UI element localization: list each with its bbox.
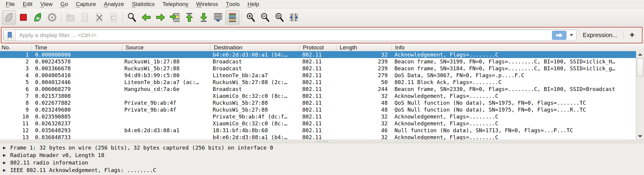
stop-capture-icon	[18, 12, 28, 22]
menu-go[interactable]: Go	[57, 0, 72, 8]
zoom-in-button[interactable]	[244, 10, 258, 25]
expression-button[interactable]: Expression...	[576, 32, 624, 39]
cell-info: Beacon frame, SN=2330, FN=0, Flags=.....…	[392, 86, 636, 92]
start-capture-icon	[4, 12, 14, 22]
capture-options-button[interactable]	[45, 10, 59, 25]
cell-source	[122, 51, 211, 58]
start-capture-button[interactable]	[2, 10, 16, 25]
column-header-destination[interactable]: Destination	[211, 44, 300, 51]
expand-arrow-icon[interactable]: ▶	[3, 160, 10, 165]
menu-tools[interactable]: Tools	[222, 0, 244, 8]
menu-statistics[interactable]: Statistics	[128, 0, 158, 8]
menu-help[interactable]: Help	[244, 0, 263, 8]
menu-edit[interactable]: Edit	[19, 0, 37, 8]
cell-protocol: 802.11	[300, 113, 336, 120]
expand-arrow-icon[interactable]: ▶	[3, 145, 10, 150]
expand-arrow-icon[interactable]: ▶	[3, 168, 10, 172]
table-row[interactable]: 90.023249680Private_9b:ab:4fRuckusWi_5b:…	[0, 106, 636, 113]
previous-packet-button[interactable]	[139, 10, 153, 25]
detail-tree-item[interactable]: ▶Radiotap Header v0, Length 18	[0, 151, 644, 159]
column-header-no[interactable]: No.	[0, 44, 31, 51]
packet-list-pane: No. Time Source Destination Protocol Len…	[0, 44, 644, 140]
cell-length: 32	[336, 113, 392, 120]
cell-info: QoS Null function (No data), SN=1975, FN…	[392, 99, 636, 106]
column-header-source[interactable]: Source	[122, 44, 211, 51]
filter-bookmark-button[interactable]	[4, 30, 16, 41]
open-folder-icon	[65, 12, 75, 22]
cell-destination: RuckusWi_5b:27:88	[211, 106, 300, 113]
colorize-packets-button[interactable]	[226, 10, 239, 25]
filter-placeholder[interactable]: Apply a display filter ... <Ctrl-/>	[19, 32, 552, 39]
vertical-scrollbar[interactable]	[636, 51, 644, 140]
cell-protocol: 802.11	[300, 106, 336, 113]
zoom-out-icon	[260, 12, 270, 22]
next-packet-button[interactable]	[154, 10, 167, 25]
cell-info: Null function (No data), SN=1713, FN=0, …	[392, 127, 636, 134]
scrollbar-down-button[interactable]	[636, 133, 644, 140]
cell-time: 0.023249680	[31, 106, 122, 113]
menu-telephony[interactable]: Telephony	[158, 0, 192, 8]
column-header-length[interactable]: Length	[336, 44, 392, 51]
resize-columns-button[interactable]	[287, 10, 301, 25]
menu-capture[interactable]: Capture	[72, 0, 100, 8]
first-packet-button[interactable]	[182, 10, 196, 25]
go-to-packet-button[interactable]	[168, 10, 182, 25]
table-row[interactable]: 110.026328237XiaomiCo_0c:32:c0 (8c:…802.…	[0, 120, 636, 127]
menu-wireless[interactable]: Wireless	[192, 0, 222, 8]
cell-source: 94:d9:b3:99:c5:80	[122, 72, 211, 79]
scrollbar-up-button[interactable]	[636, 51, 644, 58]
menu-file[interactable]: File	[2, 0, 19, 8]
cell-protocol: 802.11	[300, 86, 336, 92]
cell-destination: 18:31:bf:4b:8b:68	[211, 127, 300, 134]
svg-text:0101: 0101	[83, 15, 88, 17]
table-row[interactable]: 100.023590885Private_9b:ab:4f (dc:f…802.…	[0, 113, 636, 120]
table-row[interactable]: 80.022677882Private_9b:ab:4fRuckusWi_5b:…	[0, 99, 636, 106]
table-row[interactable]: 120.035648293b4:e6:2d:d3:08:a118:31:bf:4…	[0, 127, 636, 134]
cell-no: 4	[0, 72, 31, 79]
table-row[interactable]: 10.000000000b4:e6:2d:d3:08:a1 (b4:…802.1…	[0, 51, 636, 58]
auto-scroll-button[interactable]	[211, 10, 225, 25]
table-row[interactable]: 40.00400541094:d9:b3:99:c5:80LiteonTe_bb…	[0, 72, 636, 79]
cell-length: 46	[336, 127, 392, 134]
table-row[interactable]: 30.003366678RuckusWi_5b:27:88Broadcast80…	[0, 65, 636, 72]
menu-view[interactable]: View	[36, 0, 56, 8]
menu-analyze[interactable]: Analyze	[100, 0, 128, 8]
last-packet-button[interactable]	[197, 10, 211, 25]
table-row[interactable]: 130.036848733b4:e6:2d:d3:08:a1 (b4:…802.…	[0, 134, 636, 140]
table-row[interactable]: 70.021573808XiaomiCo_0c:32:c0 (8c:…802.1…	[0, 92, 636, 99]
table-row[interactable]: 20.002245578RuckusWi_1b:27:88Broadcast80…	[0, 58, 636, 65]
cell-destination: RuckusWi_5b:27:88 (2c:…	[211, 79, 300, 86]
cell-destination: XiaomiCo_0c:32:c0 (8c:…	[211, 92, 300, 99]
cell-source	[122, 134, 211, 140]
zoom-out-button[interactable]	[258, 10, 272, 25]
cell-length: 32	[336, 120, 392, 127]
cell-protocol: 802.11	[300, 127, 336, 134]
cell-protocol: 802.11	[300, 92, 336, 99]
pane-splitter[interactable]	[0, 140, 644, 143]
display-filter-input[interactable]: Apply a display filter ... <Ctrl-/>	[4, 30, 576, 41]
restart-capture-button[interactable]	[31, 10, 45, 25]
stop-capture-button[interactable]	[16, 10, 30, 25]
cell-no: 8	[0, 99, 31, 106]
detail-tree-item[interactable]: ▶Frame 1: 32 bytes on wire (256 bits), 3…	[0, 144, 644, 151]
detail-tree-item[interactable]: ▶802.11 radio information	[0, 159, 644, 166]
cell-destination: RuckusWi_5b:27:88	[211, 99, 300, 106]
zoom-reset-button[interactable]	[273, 10, 286, 25]
cell-info: Acknowledgement, Flags=........C	[392, 51, 636, 58]
table-row[interactable]: 60.006068279Hangzhou_cd:7a:6eBroadcast80…	[0, 86, 636, 92]
find-packet-button[interactable]	[125, 10, 139, 25]
scrollbar-thumb[interactable]	[637, 58, 643, 76]
add-filter-button[interactable]: +	[624, 31, 640, 40]
cell-time: 0.000000000	[31, 51, 122, 58]
apply-filter-button[interactable]	[552, 31, 566, 40]
column-header-time[interactable]: Time	[31, 44, 122, 51]
filter-history-dropdown[interactable]	[568, 30, 575, 41]
detail-item-label: Frame 1: 32 bytes on wire (256 bits), 32…	[10, 144, 273, 151]
expand-arrow-icon[interactable]: ▶	[3, 153, 10, 157]
go-to-packet-icon	[170, 12, 180, 22]
table-row[interactable]: 50.004012446LiteonTe_bb:2a:a7 (ac:…Rucku…	[0, 79, 636, 86]
detail-tree-item[interactable]: ▶IEEE 802.11 Acknowledgement, Flags: ...…	[0, 166, 644, 174]
column-header-info[interactable]: Info	[392, 44, 644, 51]
cell-destination: b4:e6:2d:d3:08:a1 (b4:…	[211, 51, 300, 58]
column-header-protocol[interactable]: Protocol	[300, 44, 336, 51]
